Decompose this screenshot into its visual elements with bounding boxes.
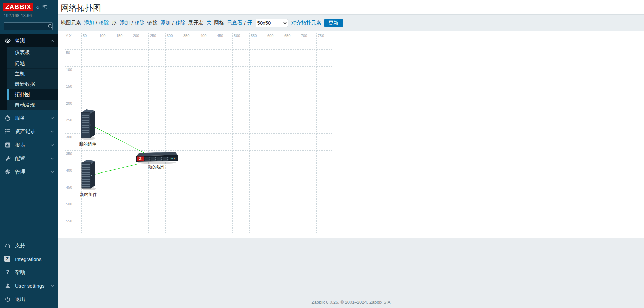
sidebar-item-label: 监测 <box>15 38 51 44</box>
subitem-label: 主机 <box>15 71 25 77</box>
grid-snap-toggle-link[interactable]: 开 <box>247 20 252 26</box>
sidebar-subitem-latest-data[interactable]: 最新数据 <box>7 79 58 89</box>
monitoring-submenu: 仪表板 问题 主机 最新数据 拓扑图 自动发现 <box>0 47 58 110</box>
align-map-elements-link[interactable]: 对齐拓扑元素 <box>291 20 321 26</box>
map-edit-toolbar: 地图元素: 添加 / 移除 形: 添加 / 移除 链接: 添加 / 移除 展开宏… <box>58 14 644 31</box>
separator: / <box>172 20 174 26</box>
shapes-label: 形: <box>112 20 118 26</box>
x-ruler-label: 600 <box>267 34 273 38</box>
sidebar-subitem-problems[interactable]: 问题 <box>7 58 58 68</box>
app-window: ZABBIX « 192.168.13.66 监测 <box>0 0 644 308</box>
separator: / <box>96 20 97 26</box>
x-ruler-label: 250 <box>150 34 156 38</box>
map-canvas-container: Y X: 50100150200250300350400450500550600… <box>58 31 644 238</box>
sidebar-item-integrations[interactable]: Z Integrations <box>0 252 58 266</box>
sidebar-item-help[interactable]: ? 帮助 <box>0 266 58 279</box>
subitem-label: 拓扑图 <box>15 91 30 98</box>
chevron-down-icon <box>51 117 54 119</box>
sidebar-subitem-dashboard[interactable]: 仪表板 <box>7 47 58 58</box>
subitem-label: 问题 <box>15 60 25 67</box>
grid-size-select[interactable]: 50x50 <box>256 19 288 27</box>
x-ruler-label: 300 <box>167 34 173 38</box>
sidebar-footer-menu: 支持 Z Integrations ? 帮助 User settings <box>0 239 58 306</box>
y-ruler-label: 50 <box>66 51 70 55</box>
y-ruler-label: 500 <box>66 202 72 206</box>
page-title: 网络拓扑图 <box>61 3 644 13</box>
map-element-rack-server[interactable]: 新的组件 <box>135 151 178 166</box>
links-add-link[interactable]: 添加 <box>161 20 171 26</box>
links-label: 链接: <box>147 20 159 26</box>
x-ruler-label: 200 <box>133 34 139 38</box>
sidebar-item-inventory[interactable]: 资产记录 <box>0 125 58 138</box>
power-icon <box>4 296 11 303</box>
map-canvas[interactable]: Y X: 50100150200250300350400450500550600… <box>65 33 334 235</box>
chevron-down-icon <box>51 171 54 173</box>
map-element-server-tower[interactable]: 新的组件 <box>79 108 96 143</box>
y-ruler-label: 150 <box>66 84 72 88</box>
x-ruler-label: 150 <box>116 34 122 38</box>
x-ruler-label: 500 <box>234 34 240 38</box>
question-icon: ? <box>4 269 11 276</box>
expand-macros-toggle-link[interactable]: 关 <box>206 20 211 26</box>
zabbix-sia-link[interactable]: Zabbix SIA <box>369 300 391 305</box>
y-ruler-label: 400 <box>66 168 72 172</box>
search-icon[interactable] <box>48 24 53 30</box>
y-ruler-label: 300 <box>66 135 72 139</box>
update-button[interactable]: 更新 <box>324 19 343 27</box>
sidebar-item-label: 帮助 <box>15 269 54 276</box>
map-elements-remove-link[interactable]: 移除 <box>99 20 109 26</box>
chevron-down-icon <box>51 157 54 160</box>
sidebar: ZABBIX « 192.168.13.66 监测 <box>0 0 58 308</box>
x-ruler-label: 400 <box>200 34 206 38</box>
sidebar-item-label: 服务 <box>15 115 51 121</box>
sidebar-item-label: 退出 <box>15 296 54 303</box>
sidebar-item-support[interactable]: 支持 <box>0 239 58 252</box>
sidebar-item-user-settings[interactable]: User settings <box>0 279 58 293</box>
sidebar-item-label: Integrations <box>15 256 54 262</box>
y-ruler-label: 200 <box>66 101 72 105</box>
map-element-label: 新的组件 <box>148 164 165 170</box>
map-element-server-tower[interactable]: 新的组件 <box>80 158 97 193</box>
y-ruler-label: 250 <box>66 118 72 122</box>
separator: / <box>244 20 245 26</box>
collapse-sidebar-icon[interactable]: « <box>36 4 39 10</box>
sidebar-item-configuration[interactable]: 配置 <box>0 152 58 165</box>
grid-shown-toggle-link[interactable]: 已查看 <box>227 20 242 26</box>
sidebar-item-label: 管理 <box>15 169 51 175</box>
y-ruler-label: 450 <box>66 185 72 189</box>
server-tower-icon <box>79 108 96 141</box>
map-element-label: 新的组件 <box>80 192 97 198</box>
sidebar-subitem-hosts[interactable]: 主机 <box>7 68 58 79</box>
bar-chart-icon <box>4 142 11 148</box>
sidebar-item-logout[interactable]: 退出 <box>0 293 58 306</box>
subitem-label: 最新数据 <box>15 81 35 87</box>
chevron-down-icon <box>51 144 54 146</box>
x-ruler-label: 750 <box>318 34 324 38</box>
sidebar-item-reports[interactable]: 报表 <box>0 138 58 152</box>
search-input[interactable] <box>4 22 53 30</box>
sidebar-item-label: 报表 <box>15 142 51 148</box>
zabbix-logo[interactable]: ZABBIX <box>3 3 33 11</box>
map-elements-add-link[interactable]: 添加 <box>84 20 94 26</box>
sidebar-item-label: User settings <box>15 283 51 289</box>
list-icon <box>4 128 11 135</box>
ruler-corner-label: Y X: <box>66 34 73 38</box>
x-ruler-label: 350 <box>183 34 189 38</box>
sidebar-item-administration[interactable]: 管理 <box>0 165 58 179</box>
chevron-down-icon <box>51 285 54 287</box>
subitem-label: 仪表板 <box>15 49 30 56</box>
subitem-label: 自动发现 <box>15 102 35 108</box>
sidebar-item-services[interactable]: 服务 <box>0 111 58 125</box>
sidebar-subitem-discovery[interactable]: 自动发现 <box>7 100 58 110</box>
shapes-remove-link[interactable]: 移除 <box>135 20 145 26</box>
expand-sidebar-icon[interactable] <box>42 5 47 10</box>
chevron-up-icon <box>51 40 54 42</box>
sidebar-item-monitoring[interactable]: 监测 <box>0 34 58 47</box>
map-element-label: 新的组件 <box>79 141 96 147</box>
sidebar-subitem-maps[interactable]: 拓扑图 <box>7 89 58 100</box>
y-ruler-label: 550 <box>66 219 72 223</box>
links-remove-link[interactable]: 移除 <box>175 20 185 26</box>
chevron-down-icon <box>51 130 54 133</box>
shapes-add-link[interactable]: 添加 <box>120 20 130 26</box>
x-ruler-label: 700 <box>301 34 307 38</box>
